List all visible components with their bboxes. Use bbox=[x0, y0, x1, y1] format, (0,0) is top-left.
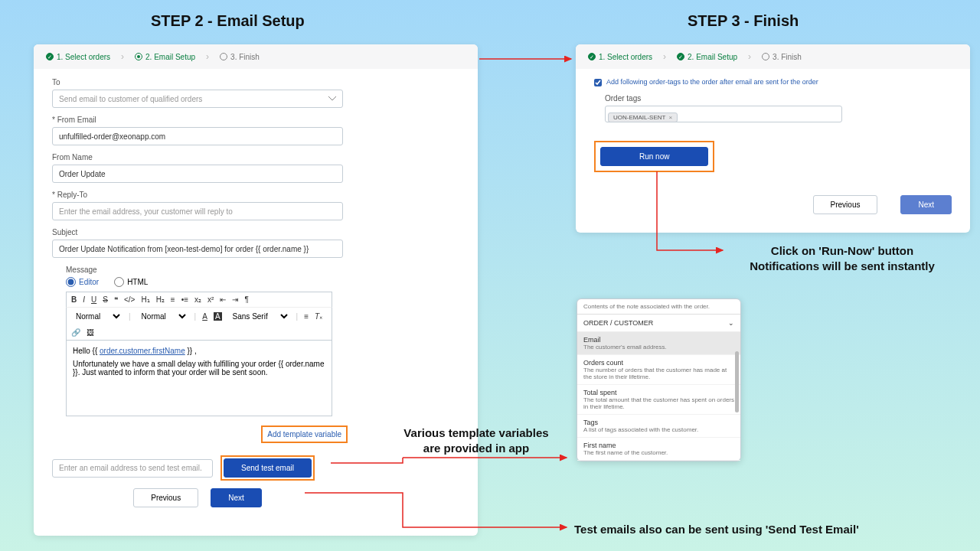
chevron-right-icon: › bbox=[748, 51, 751, 62]
template-variable: order.customer.firstName bbox=[100, 347, 185, 355]
editor-toolbar-2: Normal | Normal | A A Sans Serif | ≡ Tₓ … bbox=[66, 307, 332, 340]
indent-icon[interactable]: ⇥ bbox=[232, 295, 238, 304]
order-tags-label: Order tags bbox=[605, 94, 952, 103]
from-name-input[interactable] bbox=[52, 165, 343, 183]
variable-item[interactable]: Orders countThe number of orders that th… bbox=[577, 355, 740, 385]
add-tags-checkbox[interactable] bbox=[594, 79, 602, 86]
to-label: To bbox=[52, 78, 459, 86]
chevron-right-icon: › bbox=[206, 51, 209, 62]
step-2[interactable]: 2. Email Setup bbox=[135, 53, 195, 61]
send-test-email-button[interactable]: Send test email bbox=[224, 458, 312, 478]
tag-pill[interactable]: UON-EMAIL-SENT× bbox=[608, 112, 678, 122]
circle-icon bbox=[220, 53, 227, 60]
previous-button[interactable]: Previous bbox=[133, 488, 198, 507]
html-radio[interactable]: HTML bbox=[114, 277, 148, 287]
check-icon bbox=[588, 53, 596, 60]
step-2[interactable]: 2. Email Setup bbox=[677, 53, 737, 61]
outdent-icon[interactable]: ⇤ bbox=[220, 295, 226, 304]
bold-icon[interactable]: B bbox=[71, 295, 77, 304]
image-icon[interactable]: 🖼 bbox=[87, 328, 94, 337]
variables-section-head[interactable]: ORDER / CUSTOMER⌄ bbox=[577, 315, 740, 332]
reply-to-input[interactable] bbox=[52, 202, 343, 220]
message-label: Message bbox=[66, 266, 459, 274]
from-name-label: From Name bbox=[52, 153, 459, 161]
test-email-input[interactable] bbox=[52, 459, 213, 478]
next-button[interactable]: Next bbox=[211, 488, 262, 507]
step-3[interactable]: 3. Finish bbox=[762, 53, 802, 61]
rtl-icon[interactable]: ¶ bbox=[244, 295, 248, 304]
annotation-run-now: Click on 'Run-Now' button Notifications … bbox=[743, 243, 942, 273]
variable-item[interactable]: EmailThe customer's email address. bbox=[577, 332, 740, 355]
stepper-left: 1. Select orders › 2. Email Setup › 3. F… bbox=[34, 44, 478, 69]
ol-icon[interactable]: ≡ bbox=[171, 295, 175, 304]
from-email-input[interactable] bbox=[52, 127, 343, 145]
previous-button[interactable]: Previous bbox=[813, 195, 878, 214]
underline-icon[interactable]: U bbox=[91, 295, 96, 304]
strike-icon[interactable]: S bbox=[103, 295, 108, 304]
h2-icon[interactable]: H₂ bbox=[156, 295, 165, 304]
size-select[interactable]: Normal bbox=[137, 311, 188, 322]
sub-icon[interactable]: x₂ bbox=[194, 295, 201, 304]
step-3[interactable]: 3. Finish bbox=[220, 53, 260, 61]
subject-input[interactable] bbox=[52, 240, 343, 258]
annotation-vars: Various template variables are provided … bbox=[392, 425, 560, 455]
add-template-variable-link[interactable]: Add template variable bbox=[261, 425, 348, 443]
step3-title: STEP 3 - Finish bbox=[688, 12, 799, 30]
variable-item[interactable]: Total spentThe total amount that the cus… bbox=[577, 385, 740, 415]
editor-body[interactable]: Hello {{ order.customer.firstName }} , U… bbox=[66, 340, 332, 416]
circle-icon bbox=[135, 53, 142, 60]
email-setup-panel: 1. Select orders › 2. Email Setup › 3. F… bbox=[34, 44, 478, 536]
quote-icon[interactable]: ❝ bbox=[114, 295, 118, 304]
next-button[interactable]: Next bbox=[900, 195, 952, 214]
text-color-icon[interactable]: A bbox=[202, 312, 207, 321]
sup-icon[interactable]: x² bbox=[207, 295, 214, 304]
check-icon bbox=[46, 53, 54, 60]
variable-item[interactable]: TagsA list of tags associated with the c… bbox=[577, 415, 740, 438]
code-icon[interactable]: </> bbox=[124, 295, 135, 304]
stepper-right: 1. Select orders › 2. Email Setup › 3. F… bbox=[576, 44, 970, 69]
annotation-test-email: Test emails also can be sent using 'Send… bbox=[574, 522, 896, 537]
template-variables-dropdown[interactable]: Contents of the note associated with the… bbox=[577, 298, 741, 461]
align-icon[interactable]: ≡ bbox=[304, 312, 309, 321]
clear-format-icon[interactable]: Tₓ bbox=[315, 312, 322, 321]
step-1[interactable]: 1. Select orders bbox=[46, 53, 110, 61]
paragraph-select[interactable]: Normal bbox=[71, 311, 122, 322]
step2-title: STEP 2 - Email Setup bbox=[151, 12, 305, 30]
variable-item[interactable]: First nameThe first name of the customer… bbox=[577, 438, 740, 461]
chevron-down-icon: ⌄ bbox=[728, 319, 734, 327]
ul-icon[interactable]: •≡ bbox=[181, 295, 188, 304]
from-email-label: * From Email bbox=[52, 116, 459, 124]
font-select[interactable]: Sans Serif bbox=[228, 311, 290, 322]
circle-icon bbox=[762, 53, 769, 60]
editor-toolbar: B I U S ❝ </> H₁ H₂ ≡ •≡ x₂ x² ⇤ ⇥ ¶ bbox=[66, 292, 332, 307]
run-now-button[interactable]: Run now bbox=[600, 147, 708, 166]
link-icon[interactable]: 🔗 bbox=[71, 328, 80, 337]
tag-input[interactable]: UON-EMAIL-SENT× bbox=[605, 106, 842, 122]
bg-color-icon[interactable]: A bbox=[214, 312, 222, 321]
add-tags-label: Add following order-tags to the order af… bbox=[606, 78, 818, 86]
reply-to-label: * Reply-To bbox=[52, 191, 459, 199]
chevron-right-icon: › bbox=[121, 51, 124, 62]
h1-icon[interactable]: H₁ bbox=[141, 295, 149, 304]
scrollbar[interactable] bbox=[735, 351, 739, 412]
subject-label: Subject bbox=[52, 228, 459, 236]
editor-radio[interactable]: Editor bbox=[66, 277, 99, 287]
finish-panel: 1. Select orders › 2. Email Setup › 3. F… bbox=[576, 44, 970, 233]
step-1[interactable]: 1. Select orders bbox=[588, 53, 652, 61]
chevron-right-icon: › bbox=[663, 51, 666, 62]
check-icon bbox=[677, 53, 684, 60]
close-icon[interactable]: × bbox=[668, 114, 672, 121]
italic-icon[interactable]: I bbox=[83, 295, 85, 304]
to-select[interactable]: Send email to customer of qualified orde… bbox=[52, 90, 343, 108]
